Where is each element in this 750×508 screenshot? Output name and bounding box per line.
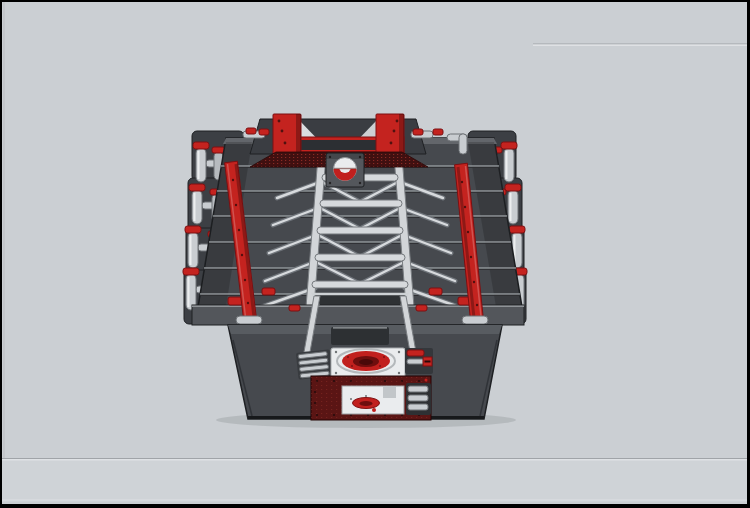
front-panel-recess [342,386,404,414]
front-panel[interactable] [311,376,431,420]
fixture-model[interactable] [183,114,527,428]
top-clamp-plate-left[interactable] [273,114,301,154]
top-clamp-plate-right[interactable] [376,114,404,154]
front-panel-slots [406,379,431,416]
spindle-plate[interactable] [331,348,405,378]
top-bore-block[interactable] [326,153,364,187]
model-viewport[interactable] [2,2,747,504]
slot-bracket [405,348,433,374]
cooling-fins [296,349,333,379]
cad-application-window [0,0,750,508]
toolbar-edge-rule [533,44,747,46]
